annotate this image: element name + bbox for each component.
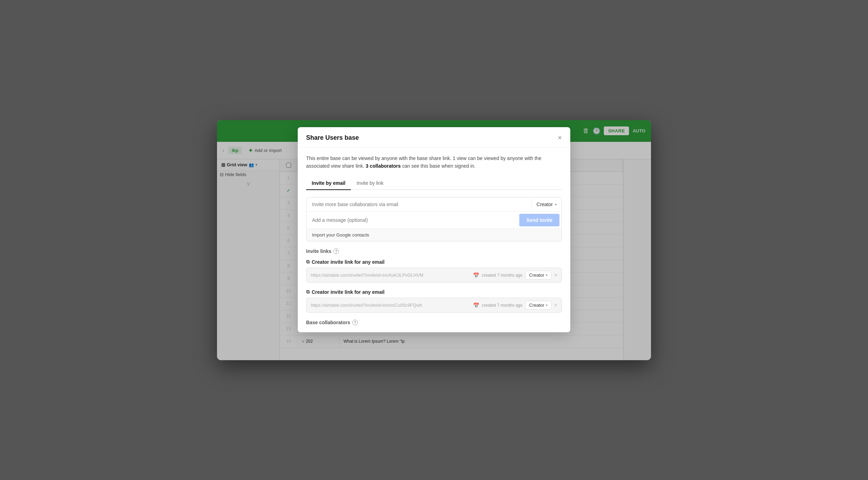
app-window: Users base ▾ 🗑 🕐 SHARE AUTO ‹ lkp ✚ Add … — [217, 120, 651, 360]
modal-tabs: Invite by email Invite by link — [306, 177, 562, 190]
invite-links-help-icon[interactable]: ? — [333, 248, 339, 254]
link-role-dropdown-2: ▾ — [546, 303, 548, 307]
share-modal: Share Users base × This entire base can … — [298, 127, 570, 333]
copy-icon-2[interactable]: ⧉ — [306, 289, 310, 295]
base-collaborators-header: Base collaborators ? — [306, 320, 562, 325]
link-role-dropdown-1: ▾ — [546, 273, 548, 277]
link-delete-btn-2[interactable]: × — [554, 302, 557, 308]
modal-body: This entire base can be viewed by anyone… — [298, 147, 570, 333]
invite-links-section-header: Invite links ? — [306, 248, 562, 254]
invite-form: Creator ▾ Send invite Import your Google… — [306, 197, 562, 241]
tab-invite-link[interactable]: Invite by link — [351, 177, 389, 190]
modal-overlay: Share Users base × This entire base can … — [217, 120, 651, 360]
invite-link-url-2: https://airtable.com/invite/l?inviteId=i… — [311, 303, 470, 308]
role-dropdown-icon: ▾ — [555, 203, 557, 206]
invite-link-url-1: https://airtable.com/invite/l?inviteId=i… — [311, 272, 470, 278]
base-collab-label: Base collaborators — [306, 320, 350, 325]
invite-link-block-2: ⧉ Creator invite link for any email http… — [306, 289, 562, 313]
send-invite-button[interactable]: Send invite — [519, 214, 559, 226]
modal-close-button[interactable]: × — [558, 134, 562, 141]
role-selector[interactable]: Creator ▾ — [531, 199, 562, 210]
invite-link-row-1: https://airtable.com/invite/l?inviteId=i… — [306, 268, 562, 283]
modal-description: This entire base can be viewed by anyone… — [306, 154, 562, 170]
calendar-icon-2: 📅 — [473, 303, 479, 308]
calendar-icon-1: 📅 — [473, 272, 479, 278]
invite-link-title-1: ⧉ Creator invite link for any email — [306, 259, 562, 265]
modal-title: Share Users base — [306, 134, 359, 141]
import-google-contacts-link[interactable]: Import your Google contacts — [306, 228, 562, 241]
invite-link-meta-2: created 7 months ago — [482, 303, 522, 308]
invite-link-meta-1: created 7 months ago — [482, 273, 522, 278]
role-label: Creator — [536, 202, 553, 207]
base-collab-help-icon[interactable]: ? — [352, 320, 358, 325]
collaborators-count: 3 collaborators — [366, 163, 400, 169]
invite-link-row-2: https://airtable.com/invite/l?inviteId=i… — [306, 298, 562, 313]
modal-header: Share Users base × — [298, 127, 570, 147]
invite-message-row: Send invite — [306, 212, 562, 228]
invite-link-title-2: ⧉ Creator invite link for any email — [306, 289, 562, 295]
link-role-selector-2[interactable]: Creator ▾ — [525, 301, 551, 310]
invite-link-block-1: ⧉ Creator invite link for any email http… — [306, 259, 562, 283]
link-delete-btn-1[interactable]: × — [554, 272, 557, 278]
copy-icon-1[interactable]: ⧉ — [306, 259, 310, 265]
invite-message-input[interactable] — [306, 213, 517, 227]
invite-email-input[interactable] — [306, 197, 531, 211]
tab-invite-email[interactable]: Invite by email — [306, 177, 351, 190]
invite-links-label: Invite links — [306, 248, 331, 254]
link-role-selector-1[interactable]: Creator ▾ — [525, 271, 551, 279]
invite-email-row: Creator ▾ — [306, 197, 562, 212]
